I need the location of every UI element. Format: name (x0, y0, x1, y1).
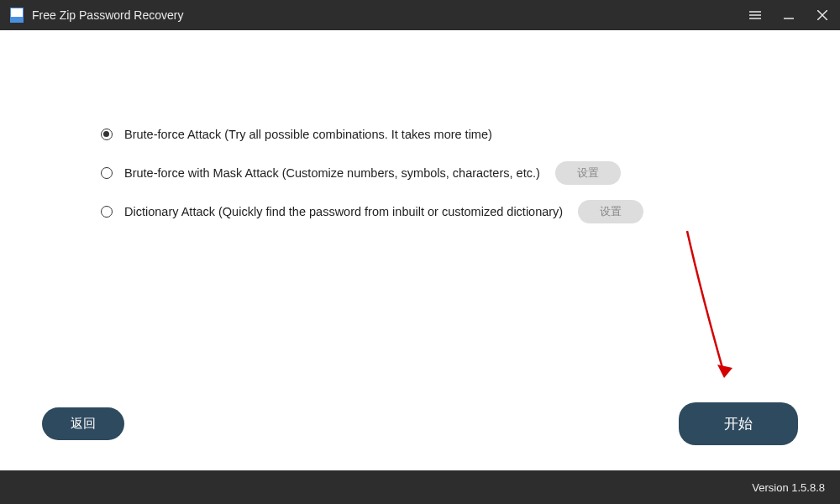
version-label: Version 1.5.8.8 (752, 481, 825, 494)
settings-dictionary-button[interactable]: 设置 (578, 200, 643, 223)
start-button[interactable]: 开始 (679, 402, 798, 445)
app-title: Free Zip Password Recovery (32, 8, 184, 22)
option-dictionary[interactable]: Dictionary Attack (Quickly find the pass… (101, 200, 739, 223)
close-icon[interactable] (815, 8, 830, 23)
titlebar-left: Free Zip Password Recovery (10, 8, 748, 23)
radio-mask[interactable] (101, 167, 113, 179)
footer: Version 1.5.8.8 (0, 470, 840, 504)
minimize-icon[interactable] (781, 8, 796, 23)
annotation-arrow (655, 227, 756, 398)
svg-marker-6 (717, 365, 732, 378)
titlebar: Free Zip Password Recovery (0, 0, 840, 30)
option-mask[interactable]: Brute-force with Mask Attack (Customize … (101, 161, 739, 185)
radio-brute-force[interactable] (101, 129, 113, 140)
label-brute-force: Brute-force Attack (Try all possible com… (124, 128, 492, 141)
menu-icon[interactable] (748, 8, 763, 23)
bottom-buttons: 返回 开始 (0, 402, 840, 445)
label-mask: Brute-force with Mask Attack (Customize … (124, 166, 540, 180)
app-icon (10, 8, 24, 23)
back-button[interactable]: 返回 (42, 407, 124, 440)
option-brute-force[interactable]: Brute-force Attack (Try all possible com… (101, 123, 739, 146)
label-dictionary: Dictionary Attack (Quickly find the pass… (124, 205, 563, 218)
titlebar-controls (748, 8, 830, 23)
content-area: Brute-force Attack (Try all possible com… (0, 30, 840, 223)
settings-mask-button[interactable]: 设置 (555, 161, 621, 185)
radio-dictionary[interactable] (101, 206, 113, 218)
